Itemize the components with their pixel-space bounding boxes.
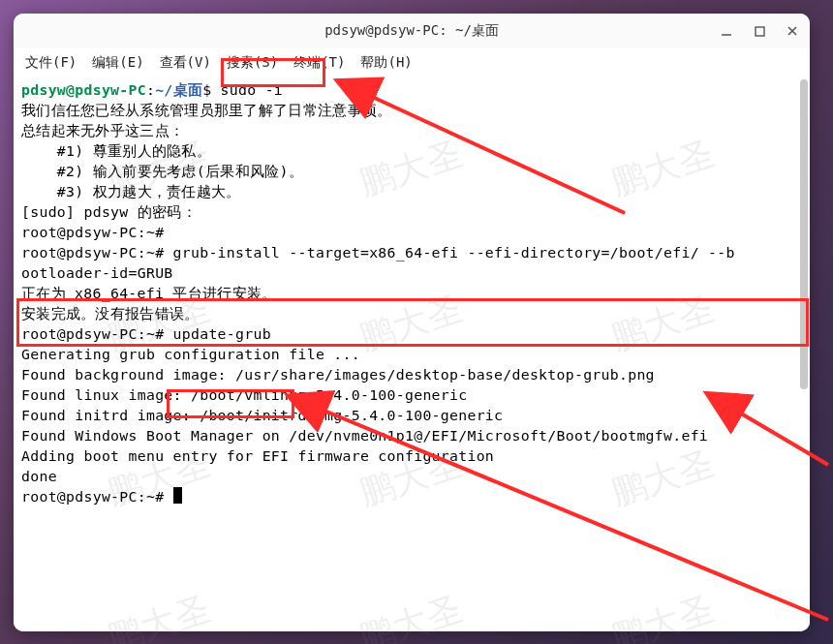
command-update-grub: root@pdsyw-PC:~# update-grub (21, 323, 802, 344)
output-line: Generating grub configuration file ... (21, 344, 802, 364)
menu-view[interactable]: 查看(V) (160, 54, 211, 72)
menu-file[interactable]: 文件(F) (25, 54, 77, 72)
close-button[interactable] (783, 21, 802, 41)
cursor-block (173, 487, 182, 504)
terminal-window: pdsyw@pdsyw-PC: ~/桌面 文件(F) 编辑(E) 查看(V) 搜… (14, 14, 810, 631)
output-line: Found Windows Boot Manager on /dev/nvme0… (21, 425, 802, 445)
output-line: 总结起来无外乎这三点： (21, 120, 802, 140)
menu-search[interactable]: 搜索(S) (227, 54, 278, 72)
output-line: 我们信任您已经从系统管理员那里了解了日常注意事项。 (21, 100, 802, 120)
titlebar: pdsyw@pdsyw-PC: ~/桌面 (14, 14, 810, 48)
output-line: Found linux image: /boot/vmlinuz-5.4.0-1… (21, 384, 802, 405)
output-line: 安装完成。没有报告错误。 (21, 303, 802, 323)
output-line: root@pdsyw-PC:~# (21, 222, 802, 242)
output-line: Found initrd image: /boot/initrd.img-5.4… (21, 405, 802, 425)
prompt-line-last: root@pdsyw-PC:~# (21, 486, 802, 506)
svg-rect-1 (756, 27, 764, 36)
output-line: done (21, 466, 802, 486)
menu-help[interactable]: 帮助(H) (360, 54, 412, 72)
menu-edit[interactable]: 编辑(E) (92, 54, 143, 72)
maximize-button[interactable] (750, 21, 769, 41)
terminal-area[interactable]: pdsyw@pdsyw-PC:~/桌面$ sudo -i 我们信任您已经从系统管… (14, 77, 810, 631)
scrollbar-thumb[interactable] (800, 79, 808, 389)
output-line: #3) 权力越大，责任越大。 (21, 181, 802, 201)
output-line: Found background image: /usr/share/image… (21, 364, 802, 384)
menubar: 文件(F) 编辑(E) 查看(V) 搜索(S) 终端(T) 帮助(H) (14, 48, 810, 77)
scrollbar[interactable] (800, 79, 808, 624)
command-sudo: sudo -i (221, 81, 283, 98)
prompt-path: ~/桌面 (155, 81, 202, 98)
command-grub-install: root@pdsyw-PC:~# grub-install --target=x… (21, 242, 802, 262)
output-line: [sudo] pdsyw 的密码： (21, 201, 802, 222)
minimize-button[interactable] (717, 21, 736, 41)
window-title: pdsyw@pdsyw-PC: ~/桌面 (324, 22, 499, 40)
prompt-line-1: pdsyw@pdsyw-PC:~/桌面$ sudo -i (21, 79, 802, 100)
output-line: #2) 输入前要先考虑(后果和风险)。 (21, 161, 802, 181)
window-controls (717, 14, 802, 48)
output-line: #1) 尊重别人的隐私。 (21, 140, 802, 161)
output-line: 正在为 x86_64-efi 平台进行安装。 (21, 283, 802, 303)
output-line: Adding boot menu entry for EFI firmware … (21, 445, 802, 466)
prompt-user: pdsyw@pdsyw-PC (21, 81, 146, 98)
command-grub-install-cont: ootloader-id=GRUB (21, 262, 802, 283)
menu-terminal[interactable]: 终端(T) (293, 54, 345, 72)
